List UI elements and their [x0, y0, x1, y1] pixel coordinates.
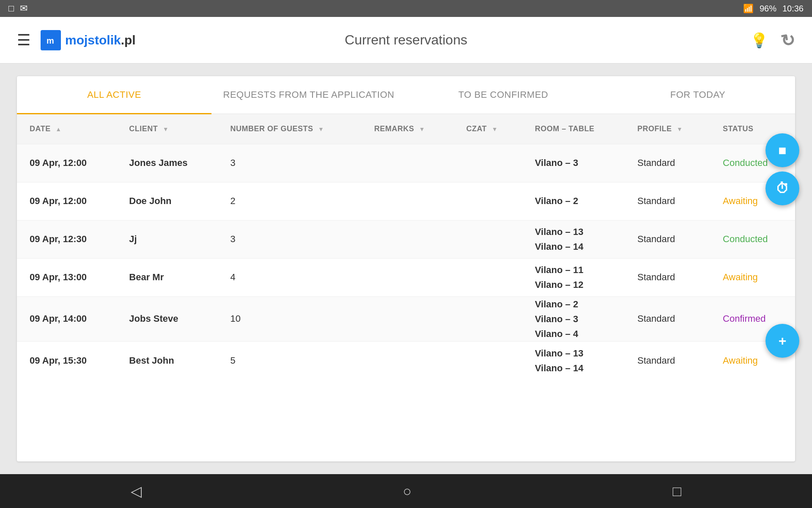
- cell-client: Bear Mr: [116, 258, 217, 296]
- cell-remarks: [362, 182, 454, 220]
- cell-profile: Standard: [625, 182, 710, 220]
- cell-status: Awaiting: [710, 258, 795, 296]
- back-button[interactable]: ◁: [131, 483, 142, 500]
- cell-profile: Standard: [625, 296, 710, 342]
- message-icon: ✉: [20, 3, 27, 14]
- col-remarks[interactable]: REMARKS ▼: [362, 114, 454, 144]
- battery-text: 96%: [760, 4, 776, 14]
- cell-remarks: [362, 296, 454, 342]
- table-body: 09 Apr, 12:00 Jones James 3 Vilano – 3 S…: [17, 144, 795, 380]
- table-header-row: DATE ▲ CLIENT ▼ NUMBER OF GUESTS ▼ REM: [17, 114, 795, 144]
- main-content: ALL ACTIVE REQUESTS FROM THE APPLICATION…: [0, 64, 812, 474]
- cell-guests: 3: [218, 144, 362, 182]
- cell-guests: 3: [218, 220, 362, 258]
- profile-sort-icon: ▼: [677, 126, 683, 133]
- table-container: DATE ▲ CLIENT ▼ NUMBER OF GUESTS ▼ REM: [17, 114, 795, 461]
- home-button[interactable]: ○: [403, 483, 411, 500]
- col-client[interactable]: CLIENT ▼: [116, 114, 217, 144]
- cell-date: 09 Apr, 12:00: [17, 182, 116, 220]
- tab-for-today[interactable]: FOR TODAY: [601, 76, 795, 114]
- tabs: ALL ACTIVE REQUESTS FROM THE APPLICATION…: [17, 76, 795, 114]
- cell-profile: Standard: [625, 220, 710, 258]
- col-profile[interactable]: PROFILE ▼: [625, 114, 710, 144]
- status-bar: □ ✉ 📶 96% 10:36: [0, 0, 812, 17]
- cell-guests: 4: [218, 258, 362, 296]
- screen-icon: □: [8, 3, 14, 14]
- status-bar-right: 📶 96% 10:36: [743, 3, 804, 14]
- col-czat[interactable]: CZAT ▼: [453, 114, 522, 144]
- guests-sort-icon: ▼: [318, 126, 324, 133]
- table-row[interactable]: 09 Apr, 13:00 Bear Mr 4 Vilano – 11Vilan…: [17, 258, 795, 296]
- cell-profile: Standard: [625, 342, 710, 380]
- nav-actions: 💡 ↻: [750, 30, 795, 50]
- cell-czat: [453, 182, 522, 220]
- col-guests[interactable]: NUMBER OF GUESTS ▼: [218, 114, 362, 144]
- reservations-table: DATE ▲ CLIENT ▼ NUMBER OF GUESTS ▼ REM: [17, 114, 795, 380]
- cell-profile: Standard: [625, 258, 710, 296]
- cell-czat: [453, 342, 522, 380]
- cell-date: 09 Apr, 12:00: [17, 144, 116, 182]
- col-date[interactable]: DATE ▲: [17, 114, 116, 144]
- fab-add-button[interactable]: +: [765, 324, 799, 358]
- cell-room-table: Vilano – 2: [522, 182, 625, 220]
- fab-stop-button[interactable]: ■: [765, 133, 799, 167]
- cell-czat: [453, 144, 522, 182]
- logo-text: mojstolik.pl: [65, 33, 136, 47]
- cell-date: 09 Apr, 13:00: [17, 258, 116, 296]
- recents-button[interactable]: □: [673, 483, 682, 500]
- cell-remarks: [362, 144, 454, 182]
- cell-remarks: [362, 342, 454, 380]
- cell-remarks: [362, 220, 454, 258]
- cell-guests: 2: [218, 182, 362, 220]
- logo[interactable]: m mojstolik.pl: [41, 30, 136, 50]
- hamburger-menu[interactable]: ☰: [17, 31, 30, 49]
- cell-room-table: Vilano – 2Vilano – 3Vilano – 4: [522, 296, 625, 342]
- cell-remarks: [362, 258, 454, 296]
- col-room-table[interactable]: ROOM – TABLE: [522, 114, 625, 144]
- tab-to-be-confirmed[interactable]: TO BE CONFIRMED: [406, 76, 601, 114]
- cell-date: 09 Apr, 15:30: [17, 342, 116, 380]
- cell-czat: [453, 296, 522, 342]
- cell-date: 09 Apr, 14:00: [17, 296, 116, 342]
- cell-client: Jones James: [116, 144, 217, 182]
- svg-text:m: m: [47, 36, 54, 45]
- tab-requests[interactable]: REQUESTS FROM THE APPLICATION: [211, 76, 406, 114]
- cell-client: Best John: [116, 342, 217, 380]
- cell-client: Jj: [116, 220, 217, 258]
- logo-icon: m: [41, 30, 61, 50]
- cell-room-table: Vilano – 13Vilano – 14: [522, 220, 625, 258]
- cell-client: Doe John: [116, 182, 217, 220]
- cell-room-table: Vilano – 11Vilano – 12: [522, 258, 625, 296]
- cell-czat: [453, 258, 522, 296]
- cell-date: 09 Apr, 12:30: [17, 220, 116, 258]
- fab-clock-button[interactable]: ⏱: [765, 171, 799, 205]
- date-sort-icon: ▲: [55, 126, 61, 133]
- time-text: 10:36: [782, 4, 804, 14]
- cell-status: Conducted: [710, 220, 795, 258]
- remarks-sort-icon: ▼: [419, 126, 425, 133]
- page-title: Current reservations: [345, 32, 467, 48]
- cell-profile: Standard: [625, 144, 710, 182]
- bottom-bar: ◁ ○ □: [0, 474, 812, 508]
- table-row[interactable]: 09 Apr, 14:00 Jobs Steve 10 Vilano – 2Vi…: [17, 296, 795, 342]
- cell-czat: [453, 220, 522, 258]
- cell-room-table: Vilano – 3: [522, 144, 625, 182]
- table-row[interactable]: 09 Apr, 12:00 Jones James 3 Vilano – 3 S…: [17, 144, 795, 182]
- status-bar-left: □ ✉: [8, 3, 27, 14]
- czat-sort-icon: ▼: [492, 126, 498, 133]
- table-row[interactable]: 09 Apr, 12:30 Jj 3 Vilano – 13Vilano – 1…: [17, 220, 795, 258]
- cell-guests: 10: [218, 296, 362, 342]
- lightbulb-icon[interactable]: 💡: [750, 32, 768, 49]
- wifi-icon: 📶: [743, 3, 754, 14]
- table-row[interactable]: 09 Apr, 12:00 Doe John 2 Vilano – 2 Stan…: [17, 182, 795, 220]
- client-sort-icon: ▼: [163, 126, 169, 133]
- tab-all-active[interactable]: ALL ACTIVE: [17, 76, 211, 114]
- reservations-card: ALL ACTIVE REQUESTS FROM THE APPLICATION…: [17, 76, 795, 461]
- cell-client: Jobs Steve: [116, 296, 217, 342]
- table-row[interactable]: 09 Apr, 15:30 Best John 5 Vilano – 13Vil…: [17, 342, 795, 380]
- cell-guests: 5: [218, 342, 362, 380]
- cell-room-table: Vilano – 13Vilano – 14: [522, 342, 625, 380]
- top-nav: ☰ m mojstolik.pl Current reservations 💡 …: [0, 17, 812, 64]
- refresh-icon[interactable]: ↻: [779, 29, 796, 51]
